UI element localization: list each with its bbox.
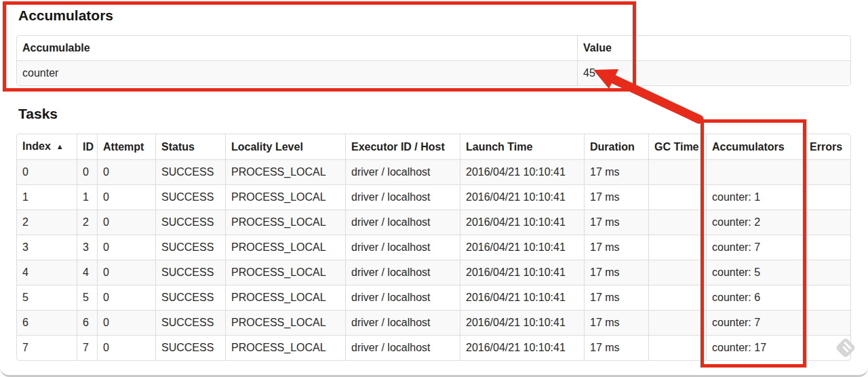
cell xyxy=(648,210,706,235)
cell: SUCCESS xyxy=(155,235,225,260)
cell: 17 ms xyxy=(584,335,648,360)
column-header-value: Value xyxy=(577,36,850,60)
cell: 17 ms xyxy=(584,310,648,335)
cell: driver / localhost xyxy=(345,235,460,260)
cell: PROCESS_LOCAL xyxy=(225,285,345,310)
cell: 0 xyxy=(97,159,155,184)
cell: 4 xyxy=(77,260,97,285)
cell: SUCCESS xyxy=(155,310,225,335)
column-header-executor-id-host[interactable]: Executor ID / Host xyxy=(345,134,460,159)
cell: driver / localhost xyxy=(345,310,460,335)
cell: 5 xyxy=(17,285,77,310)
cell: 17 ms xyxy=(584,260,648,285)
cell: SUCCESS xyxy=(155,159,225,184)
cell: 3 xyxy=(17,235,77,260)
cell: 2016/04/21 10:10:41 xyxy=(460,159,584,184)
cell: 0 xyxy=(97,285,155,310)
cell: PROCESS_LOCAL xyxy=(225,184,345,210)
cell: SUCCESS xyxy=(155,210,225,235)
cell: 2016/04/21 10:10:41 xyxy=(460,184,584,210)
cell: 0 xyxy=(77,159,97,184)
cell: 17 ms xyxy=(584,159,648,184)
cell xyxy=(648,235,706,260)
cell: counter: 7 xyxy=(706,310,804,335)
column-header-duration[interactable]: Duration xyxy=(584,134,648,159)
tasks-section: Tasks Index▲IDAttemptStatusLocality Leve… xyxy=(16,105,850,361)
cell xyxy=(804,184,850,210)
cell xyxy=(804,159,850,184)
cell: 1 xyxy=(17,184,77,210)
cell: 2016/04/21 10:10:41 xyxy=(460,285,584,310)
cell: 0 xyxy=(97,235,155,260)
table-row: 220SUCCESSPROCESS_LOCALdriver / localhos… xyxy=(17,210,850,235)
column-header-id[interactable]: ID xyxy=(77,134,97,159)
cell: counter: 17 xyxy=(706,335,804,360)
table-row: 660SUCCESSPROCESS_LOCALdriver / localhos… xyxy=(17,310,850,335)
cell: driver / localhost xyxy=(345,184,460,210)
column-header-locality-level[interactable]: Locality Level xyxy=(225,134,345,159)
cell: PROCESS_LOCAL xyxy=(225,210,345,235)
tasks-table: Index▲IDAttemptStatusLocality LevelExecu… xyxy=(16,134,851,361)
cell: driver / localhost xyxy=(345,260,460,285)
cell: counter: 7 xyxy=(706,235,804,260)
sort-ascending-icon: ▲ xyxy=(56,142,64,151)
cell: counter xyxy=(17,60,577,85)
cell: 17 ms xyxy=(584,235,648,260)
cell: 2016/04/21 10:10:41 xyxy=(460,335,584,360)
cell: 45 xyxy=(577,60,850,85)
column-header-accumulable: Accumulable xyxy=(17,36,577,60)
cell: counter: 2 xyxy=(706,210,804,235)
table-row: 770SUCCESSPROCESS_LOCALdriver / localhos… xyxy=(17,335,850,360)
cell: 0 xyxy=(97,335,155,360)
cell: PROCESS_LOCAL xyxy=(225,310,345,335)
cell xyxy=(804,260,850,285)
cell: 17 ms xyxy=(584,285,648,310)
table-row: 440SUCCESSPROCESS_LOCALdriver / localhos… xyxy=(17,260,850,285)
cell: driver / localhost xyxy=(345,159,460,184)
column-header-launch-time[interactable]: Launch Time xyxy=(460,134,584,159)
cell: driver / localhost xyxy=(345,210,460,235)
table-row: 330SUCCESSPROCESS_LOCALdriver / localhos… xyxy=(17,235,850,260)
tasks-header-row: Index▲IDAttemptStatusLocality LevelExecu… xyxy=(17,134,850,159)
tasks-heading: Tasks xyxy=(18,105,850,123)
column-header-errors[interactable]: Errors xyxy=(804,134,850,159)
cell: 2016/04/21 10:10:41 xyxy=(460,210,584,235)
cell xyxy=(648,159,706,184)
cell: SUCCESS xyxy=(155,335,225,360)
column-header-attempt[interactable]: Attempt xyxy=(97,134,155,159)
page-content: Accumulators AccumulableValue counter45 … xyxy=(16,7,850,361)
cell: counter: 6 xyxy=(706,285,804,310)
cell xyxy=(648,260,706,285)
cell: SUCCESS xyxy=(155,184,225,210)
cell: 2016/04/21 10:10:41 xyxy=(460,260,584,285)
cell: 7 xyxy=(77,335,97,360)
cell: 0 xyxy=(97,310,155,335)
cell: 6 xyxy=(17,310,77,335)
cell: 2 xyxy=(77,210,97,235)
cell: 2016/04/21 10:10:41 xyxy=(460,235,584,260)
cell: 5 xyxy=(77,285,97,310)
cell xyxy=(648,335,706,360)
cell: driver / localhost xyxy=(345,335,460,360)
cell: PROCESS_LOCAL xyxy=(225,159,345,184)
cell: 6 xyxy=(77,310,97,335)
cell: 0 xyxy=(97,260,155,285)
cell: SUCCESS xyxy=(155,285,225,310)
cell: 3 xyxy=(77,235,97,260)
cell xyxy=(706,159,804,184)
accumulators-table: AccumulableValue counter45 xyxy=(16,35,851,86)
column-header-gc-time[interactable]: GC Time xyxy=(648,134,706,159)
column-header-accumulators[interactable]: Accumulators xyxy=(706,134,804,159)
table-row: counter45 xyxy=(17,60,850,85)
table-row: 000SUCCESSPROCESS_LOCALdriver / localhos… xyxy=(17,159,850,184)
column-header-status[interactable]: Status xyxy=(155,134,225,159)
cell: 7 xyxy=(17,335,77,360)
cell xyxy=(648,184,706,210)
cell: 0 xyxy=(97,210,155,235)
column-header-index[interactable]: Index▲ xyxy=(17,134,77,159)
spark-stage-page: Accumulators AccumulableValue counter45 … xyxy=(0,0,868,377)
cell: 2 xyxy=(17,210,77,235)
accumulators-heading: Accumulators xyxy=(18,7,850,24)
cell: 0 xyxy=(97,184,155,210)
cell: 17 ms xyxy=(584,210,648,235)
